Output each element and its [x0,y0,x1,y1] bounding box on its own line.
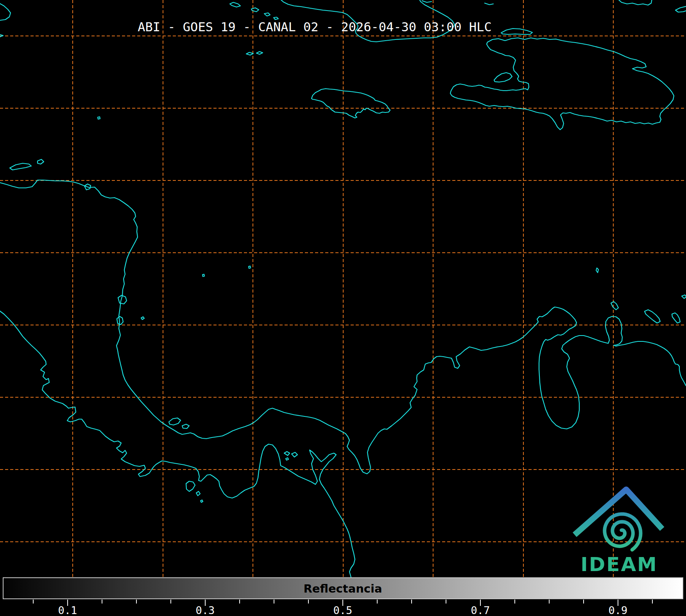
satellite-image-viewport: ABI - GOES 19 - CANAL 02 - 2026-04-30 03… [0,0,686,616]
colorbar-title: Reflectancia [303,582,382,595]
colorbar-tick-label: 0.9 [609,604,628,616]
satellite-map-figure: ABI - GOES 19 - CANAL 02 - 2026-04-30 03… [0,0,686,616]
ideam-logo-text: IDEAM [580,553,658,576]
colorbar-tick-label: 0.7 [471,604,490,616]
figure-title: ABI - GOES 19 - CANAL 02 - 2026-04-30 03… [138,20,491,34]
colorbar-tick-label: 0.1 [58,604,77,616]
colorbar-tick-label: 0.3 [196,604,215,616]
colorbar-tick-label: 0.5 [333,604,353,616]
